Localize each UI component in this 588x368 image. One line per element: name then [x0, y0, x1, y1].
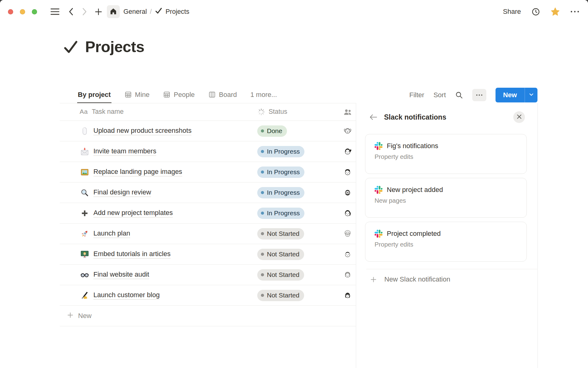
breadcrumb-page[interactable]: Projects	[155, 7, 189, 17]
forward-button[interactable]	[81, 7, 88, 16]
notification-title: Project completed	[387, 230, 441, 238]
status-label: Not Started	[267, 271, 300, 278]
minimize-window-button[interactable]	[20, 9, 25, 14]
status-pill[interactable]: Not Started	[257, 269, 304, 281]
slack-notification-card[interactable]: Project completedProperty edits	[365, 222, 527, 262]
slack-icon	[375, 230, 383, 238]
search-button[interactable]	[455, 91, 463, 99]
status-label: In Progress	[267, 209, 300, 217]
avatar[interactable]	[343, 126, 352, 136]
new-button[interactable]: New	[496, 88, 525, 102]
arrow-left-icon	[369, 113, 378, 121]
breadcrumb-workspace[interactable]: General	[123, 8, 147, 16]
home-button[interactable]	[107, 5, 120, 18]
status-dot-icon	[261, 273, 264, 276]
table-row: Replace landing page imagesIn Progress	[60, 162, 356, 182]
tab-people[interactable]: People	[162, 87, 195, 103]
tab-by-project[interactable]: By project	[77, 87, 111, 103]
avatar[interactable]	[343, 209, 352, 218]
status-pill[interactable]: In Progress	[257, 187, 304, 198]
home-icon	[110, 8, 117, 16]
task-name-link[interactable]: Invite team members	[93, 147, 156, 156]
task-name-link[interactable]: Final design review	[93, 188, 151, 197]
task-name-link[interactable]: Replace landing page images	[93, 168, 182, 176]
column-status[interactable]: Status	[257, 108, 339, 116]
new-slack-notification-button[interactable]: New Slack notification	[370, 275, 537, 283]
panel-close-button[interactable]	[513, 111, 525, 123]
slack-notification-card[interactable]: Fig's notificationsProperty edits	[365, 134, 527, 174]
new-slack-notification-label: New Slack notification	[384, 275, 450, 283]
slack-notification-card[interactable]: New project addedNew pages	[365, 178, 527, 218]
column-label: Task name	[92, 108, 124, 116]
panel-back-button[interactable]	[369, 113, 378, 121]
status-dot-icon	[261, 129, 264, 132]
task-name-link[interactable]: Launch plan	[93, 229, 130, 238]
status-pill[interactable]: In Progress	[257, 146, 304, 157]
status-label: Done	[267, 127, 282, 135]
task-name-link[interactable]: Launch customer blog	[93, 291, 160, 300]
column-label: Status	[269, 108, 287, 116]
mouse-icon	[81, 127, 89, 135]
tab-mine[interactable]: Mine	[124, 87, 150, 103]
avatar[interactable]	[343, 167, 352, 177]
avatar[interactable]	[343, 229, 352, 238]
tab-1-more[interactable]: 1 more...	[250, 87, 278, 103]
task-name-link[interactable]: Final website audit	[93, 270, 149, 279]
avatar[interactable]	[343, 188, 352, 197]
rocket-icon	[81, 230, 89, 238]
status-dot-icon	[261, 232, 264, 235]
status-label: In Progress	[267, 168, 300, 176]
status-label: Not Started	[267, 251, 300, 258]
breadcrumb-page-label: Projects	[165, 8, 189, 16]
task-name-link[interactable]: Add new project templates	[93, 209, 173, 217]
page-title[interactable]: Projects	[85, 38, 144, 56]
plus-icon	[370, 276, 377, 283]
task-name-link[interactable]: Embed tutorials in articles	[93, 250, 171, 259]
task-name-link[interactable]: Upload new product screenshots	[93, 127, 191, 135]
spinner-icon	[257, 108, 265, 116]
new-task-row[interactable]: New	[60, 306, 356, 326]
hamburger-icon	[50, 8, 60, 16]
people-icon	[343, 108, 352, 116]
back-button[interactable]	[67, 7, 75, 16]
table-row: Launch customer blogNot Started	[60, 285, 356, 306]
more-options-button[interactable]	[570, 10, 579, 13]
status-pill[interactable]: In Progress	[257, 167, 304, 178]
sidebar-toggle-button[interactable]	[50, 8, 60, 16]
plus-icon	[94, 8, 103, 16]
status-pill[interactable]: Done	[257, 125, 287, 137]
avatar[interactable]	[343, 250, 352, 259]
favorite-button[interactable]	[551, 7, 560, 16]
new-dropdown-button[interactable]	[525, 88, 537, 102]
updates-button[interactable]	[531, 7, 540, 16]
status-dot-icon	[261, 212, 264, 215]
status-dot-icon	[261, 150, 264, 153]
table-row: Embed tutorials in articlesNot Started	[60, 244, 356, 265]
star-icon	[551, 7, 560, 16]
tab-label: By project	[78, 91, 111, 99]
status-dot-icon	[261, 253, 264, 256]
status-pill[interactable]: Not Started	[257, 249, 304, 260]
view-toolbar: By projectMinePeopleBoard1 more... Filte…	[60, 87, 537, 103]
avatar[interactable]	[343, 270, 352, 279]
table-row: Upload new product screenshotsDone	[60, 121, 356, 141]
filter-button[interactable]: Filter	[409, 91, 424, 99]
breadcrumb-separator: /	[150, 8, 152, 16]
status-pill[interactable]: In Progress	[257, 208, 304, 219]
close-window-button[interactable]	[8, 9, 13, 14]
notification-title: New project added	[387, 186, 443, 194]
panel-divider	[366, 269, 537, 269]
status-pill[interactable]: Not Started	[257, 228, 304, 240]
column-person[interactable]	[339, 108, 356, 116]
view-options-button[interactable]	[472, 89, 486, 101]
tab-board[interactable]: Board	[208, 87, 238, 103]
avatar[interactable]	[343, 291, 352, 300]
new-page-button[interactable]	[94, 8, 103, 16]
column-task-name[interactable]: Aa Task name	[60, 108, 257, 116]
sort-button[interactable]: Sort	[433, 91, 446, 99]
share-button[interactable]: Share	[503, 8, 521, 16]
avatar[interactable]	[343, 147, 352, 156]
zoom-window-button[interactable]	[32, 9, 37, 14]
status-pill[interactable]: Not Started	[257, 290, 304, 301]
writing-hand-icon	[81, 291, 89, 300]
